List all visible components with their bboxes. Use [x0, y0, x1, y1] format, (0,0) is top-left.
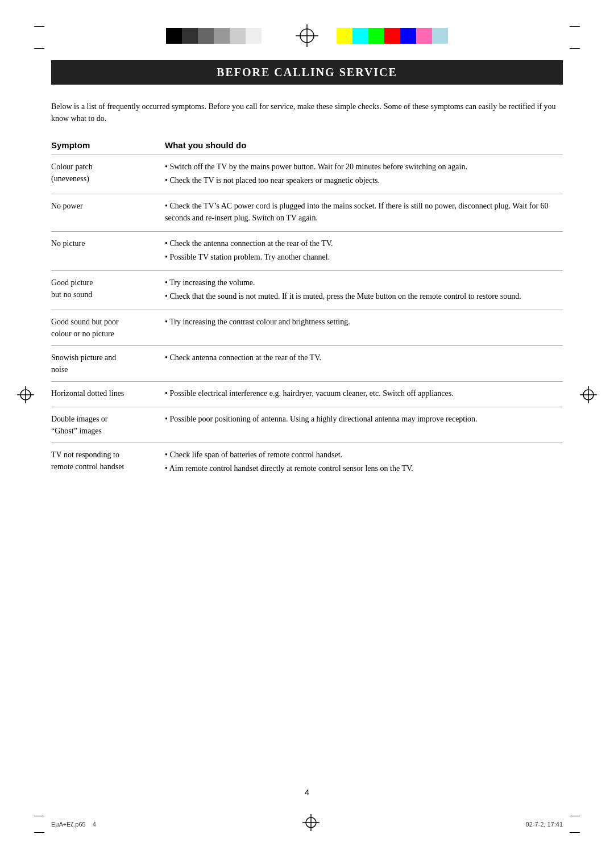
intro-paragraph: Below is a list of frequently occurred s… — [51, 101, 563, 124]
table-row: Snowish picture andnoiseCheck antenna co… — [51, 346, 563, 382]
solution-cell: Check the TV’s AC power cord is plugged … — [165, 194, 563, 232]
solution-item: Aim remote control handset directly at r… — [165, 462, 563, 474]
color-block — [416, 28, 432, 44]
bottom-page-num: 4 — [93, 821, 96, 828]
solution-item: Check that the sound is not muted. If it… — [165, 290, 563, 302]
bottom-page-mark-right — [570, 816, 580, 833]
table-row: Good sound but poorcolour or no pictureT… — [51, 310, 563, 346]
table-row: No powerCheck the TV’s AC power cord is … — [51, 194, 563, 232]
bottom-marks: ΕμΑ÷Εζ.p65 4 02-7-2, 17:41 — [34, 808, 580, 834]
left-mid-crosshair — [17, 386, 34, 406]
table-row: Horizontal dotted linesPossible electric… — [51, 382, 563, 407]
symptom-cell: Colour patch(uneveness) — [51, 155, 165, 194]
page-number: 4 — [34, 787, 580, 797]
color-block — [262, 28, 277, 44]
solution-item: Try increasing the volume. — [165, 277, 563, 289]
solution-item: Possible electrical interference e.g. ha… — [165, 387, 563, 399]
color-block — [166, 28, 182, 44]
bottom-section: 4 ΕμΑ÷Εζ.p65 4 02-7-2, 17:41 — [0, 787, 614, 834]
color-block — [400, 28, 416, 44]
color-strip-right — [337, 28, 448, 44]
main-content: Before Calling Service Below is a list o… — [0, 60, 614, 482]
bottom-right-mark: 02-7-2, 17:41 — [526, 816, 580, 833]
table-row: Double images or“Ghost” imagesPossible p… — [51, 407, 563, 443]
symptom-cell: Horizontal dotted lines — [51, 382, 165, 407]
solution-item: Possible TV station problem. Try another… — [165, 251, 563, 263]
symptom-cell: No picture — [51, 232, 165, 271]
solution-item: Switch off the TV by the mains power but… — [165, 161, 563, 173]
solution-cell: Possible poor positioning of antenna. Us… — [165, 407, 563, 443]
solution-cell: Check antenna connection at the rear of … — [165, 346, 563, 382]
solution-item: Check life span of batteries of remote c… — [165, 449, 563, 461]
col-symptom-header: Symptom — [51, 138, 165, 155]
symptom-cell: No power — [51, 194, 165, 232]
service-table: Symptom What you should do Colour patch(… — [51, 138, 563, 482]
solution-cell: Switch off the TV by the mains power but… — [165, 155, 563, 194]
solution-item: Check the TV is not placed too near spea… — [165, 174, 563, 186]
table-row: No pictureCheck the antenna connection a… — [51, 232, 563, 271]
color-block — [352, 28, 368, 44]
color-block — [432, 28, 448, 44]
col-solution-header: What you should do — [165, 138, 563, 155]
page-mark-left — [34, 26, 44, 49]
solution-item: Try increasing the contrast colour and b… — [165, 316, 563, 328]
center-crosshair — [294, 23, 320, 48]
bottom-left-mark: ΕμΑ÷Εζ.p65 4 — [34, 816, 96, 833]
table-row: Good picturebut no soundTry increasing t… — [51, 271, 563, 310]
symptom-cell: Double images or“Ghost” images — [51, 407, 165, 443]
bottom-filename: ΕμΑ÷Εζ.p65 — [51, 821, 86, 828]
solution-item: Possible poor positioning of antenna. Us… — [165, 413, 563, 425]
solution-item: Check the antenna connection at the rear… — [165, 237, 563, 249]
solution-item: Check the TV’s AC power cord is plugged … — [165, 200, 563, 224]
bottom-page-mark-left — [34, 816, 44, 833]
solution-cell: Try increasing the volume.Check that the… — [165, 271, 563, 310]
symptom-cell: Good sound but poorcolour or no picture — [51, 310, 165, 346]
top-bar — [0, 0, 614, 60]
page-title-box: Before Calling Service — [51, 60, 563, 85]
color-block — [198, 28, 214, 44]
symptom-cell: Good picturebut no sound — [51, 271, 165, 310]
solution-cell: Check life span of batteries of remote c… — [165, 443, 563, 482]
symptom-cell: Snowish picture andnoise — [51, 346, 165, 382]
solution-cell: Possible electrical interference e.g. ha… — [165, 382, 563, 407]
color-block — [368, 28, 384, 44]
solution-item: Check antenna connection at the rear of … — [165, 352, 563, 364]
symptom-cell: TV not responding toremote control hands… — [51, 443, 165, 482]
color-block — [246, 28, 262, 44]
table-row: Colour patch(uneveness)Switch off the TV… — [51, 155, 563, 194]
color-block — [337, 28, 352, 44]
solution-cell: Check the antenna connection at the rear… — [165, 232, 563, 271]
page-mark-right — [570, 26, 580, 49]
color-block — [182, 28, 198, 44]
color-block — [230, 28, 246, 44]
color-block — [214, 28, 230, 44]
table-row: TV not responding toremote control hands… — [51, 443, 563, 482]
color-block — [384, 28, 400, 44]
bottom-timestamp: 02-7-2, 17:41 — [526, 821, 563, 828]
color-strip-left — [166, 28, 277, 44]
page-title: Before Calling Service — [63, 66, 551, 79]
bottom-crosshair — [302, 814, 320, 834]
solution-cell: Try increasing the contrast colour and b… — [165, 310, 563, 346]
table-header-row: Symptom What you should do — [51, 138, 563, 155]
right-mid-crosshair — [580, 386, 597, 406]
